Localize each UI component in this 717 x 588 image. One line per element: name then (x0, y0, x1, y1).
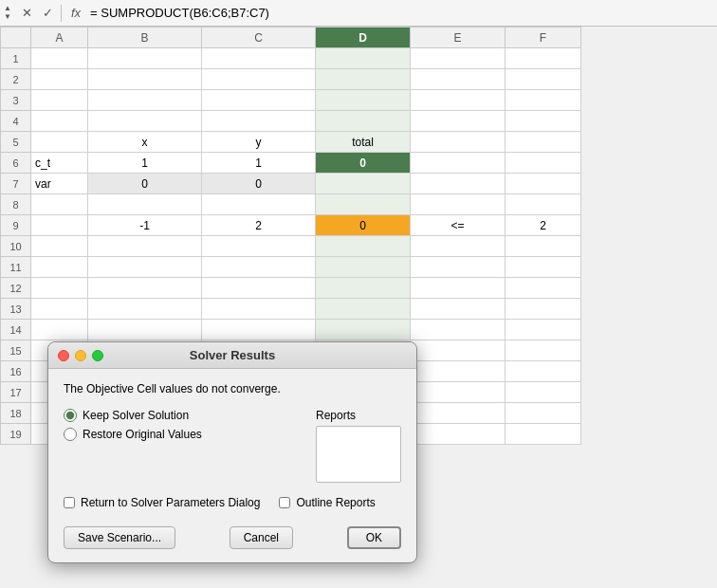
col-header-a[interactable]: A (31, 28, 88, 48)
cell-f5[interactable] (506, 132, 581, 153)
cell-a10[interactable] (31, 236, 88, 257)
cell-b1[interactable] (88, 48, 202, 69)
minimize-button[interactable] (75, 350, 86, 361)
cell-e5[interactable] (411, 132, 506, 153)
cell-b8[interactable] (88, 194, 202, 215)
formula-bar-buttons: ✕ ✓ (19, 6, 57, 20)
col-header-f[interactable]: F (506, 28, 581, 48)
cell-c6[interactable]: 1 (202, 153, 316, 174)
cell-a9[interactable] (31, 215, 88, 236)
table-row: 14 (1, 320, 581, 340)
col-header-d[interactable]: D (316, 28, 411, 48)
cell-e7[interactable] (411, 174, 506, 194)
cell-a3[interactable] (31, 90, 88, 111)
close-button[interactable] (58, 350, 69, 361)
cell-f1[interactable] (506, 48, 581, 69)
cell-f7[interactable] (506, 174, 581, 194)
formula-input[interactable] (90, 6, 713, 20)
cell-d3[interactable] (316, 90, 411, 111)
cell-f10[interactable] (506, 236, 581, 257)
radio-keep-solver-input[interactable] (64, 409, 77, 422)
radio-restore-original[interactable]: Restore Original Values (64, 428, 301, 441)
cell-d5[interactable]: total (316, 132, 411, 153)
cell-a4[interactable] (31, 111, 88, 132)
cell-a5[interactable] (31, 132, 88, 153)
cancel-button[interactable]: Cancel (230, 526, 293, 549)
cell-e1[interactable] (411, 48, 506, 69)
checkbox-return-solver[interactable]: Return to Solver Parameters Dialog (64, 496, 260, 509)
fx-label: fx (71, 6, 81, 20)
cell-c7[interactable]: 0 (202, 174, 316, 194)
cell-a7[interactable]: var (31, 174, 88, 194)
table-row: 12 (1, 278, 581, 299)
dialog-main: Keep Solver Solution Restore Original Va… (64, 409, 401, 483)
row-header-9: 9 (1, 215, 31, 236)
cell-c3[interactable] (202, 90, 316, 111)
col-header-c[interactable]: C (202, 28, 316, 48)
cell-b7[interactable]: 0 (88, 174, 202, 194)
cancel-formula-btn[interactable]: ✕ (19, 6, 36, 20)
cell-f6[interactable] (506, 153, 581, 174)
cell-c5[interactable]: y (202, 132, 316, 153)
cell-a1[interactable] (31, 48, 88, 69)
cell-f3[interactable] (506, 90, 581, 111)
cell-b6[interactable]: 1 (88, 153, 202, 174)
cell-c1[interactable] (202, 48, 316, 69)
cell-b10[interactable] (88, 236, 202, 257)
radio-restore-original-input[interactable] (64, 428, 77, 441)
ok-button[interactable]: OK (347, 526, 401, 549)
table-row: 13 (1, 299, 581, 320)
radio-keep-solver[interactable]: Keep Solver Solution (64, 409, 301, 422)
cell-e2[interactable] (411, 69, 506, 90)
col-header-e[interactable]: E (411, 28, 506, 48)
table-row: 6 c_t 1 1 0 (1, 153, 581, 174)
confirm-formula-btn[interactable]: ✓ (40, 6, 57, 20)
cell-a8[interactable] (31, 194, 88, 215)
cell-d9[interactable]: 0 (316, 215, 411, 236)
cell-c4[interactable] (202, 111, 316, 132)
cell-f8[interactable] (506, 194, 581, 215)
cell-f2[interactable] (506, 69, 581, 90)
cell-b2[interactable] (88, 69, 202, 90)
cell-d10[interactable] (316, 236, 411, 257)
cell-e8[interactable] (411, 194, 506, 215)
cell-b3[interactable] (88, 90, 202, 111)
cell-d8[interactable] (316, 194, 411, 215)
cell-e3[interactable] (411, 90, 506, 111)
table-row: 1 (1, 48, 581, 69)
cell-f4[interactable] (506, 111, 581, 132)
cell-c10[interactable] (202, 236, 316, 257)
dialog-message: The Objective Cell values do not converg… (64, 382, 401, 395)
row-header-1: 1 (1, 48, 31, 69)
checkbox-outline-reports[interactable]: Outline Reports (279, 496, 375, 509)
table-row: 2 (1, 69, 581, 90)
col-header-b[interactable]: B (88, 28, 202, 48)
cell-c2[interactable] (202, 69, 316, 90)
cell-d6[interactable]: 0 (316, 153, 411, 174)
cell-b5[interactable]: x (88, 132, 202, 153)
dialog-title: Solver Results (58, 348, 407, 362)
cell-e9[interactable]: <= (411, 215, 506, 236)
table-row: 10 (1, 236, 581, 257)
cell-d1[interactable] (316, 48, 411, 69)
reports-box[interactable] (316, 426, 401, 483)
checkbox-return-solver-input[interactable] (64, 497, 75, 508)
checkbox-outline-reports-input[interactable] (279, 497, 290, 508)
cell-c9[interactable]: 2 (202, 215, 316, 236)
cell-e10[interactable] (411, 236, 506, 257)
row-header-2: 2 (1, 69, 31, 90)
cell-a6[interactable]: c_t (31, 153, 88, 174)
cell-d2[interactable] (316, 69, 411, 90)
cell-b9[interactable]: -1 (88, 215, 202, 236)
cell-e6[interactable] (411, 153, 506, 174)
cell-d4[interactable] (316, 111, 411, 132)
cell-c8[interactable] (202, 194, 316, 215)
save-scenario-button[interactable]: Save Scenario... (64, 526, 175, 549)
cell-a2[interactable] (31, 69, 88, 90)
formula-bar-arrows[interactable]: ▲ ▼ (4, 5, 11, 21)
cell-e4[interactable] (411, 111, 506, 132)
cell-f9[interactable]: 2 (506, 215, 581, 236)
cell-b4[interactable] (88, 111, 202, 132)
cell-d7[interactable] (316, 174, 411, 194)
maximize-button[interactable] (92, 350, 103, 361)
